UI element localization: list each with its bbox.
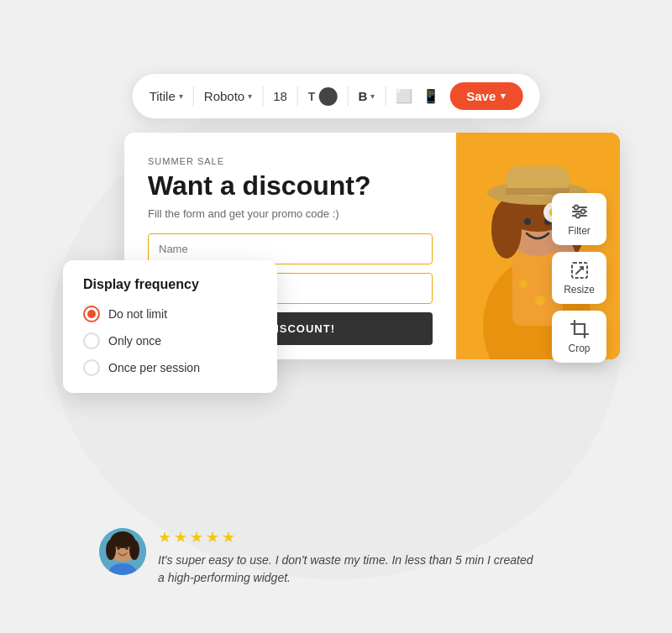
- text-color-selector[interactable]: T: [308, 87, 338, 106]
- svg-point-31: [106, 540, 116, 560]
- font-size-selector[interactable]: 18: [273, 89, 287, 103]
- toolbar-divider-5: [385, 86, 386, 107]
- avatar-svg: [99, 528, 146, 575]
- font-style-chevron-icon: ▾: [179, 92, 183, 101]
- frequency-title: Display frequency: [83, 277, 257, 292]
- font-family-label: Roboto: [204, 89, 244, 103]
- font-style-label: Titile: [150, 89, 176, 103]
- svg-point-22: [574, 206, 578, 210]
- filter-label: Filter: [568, 225, 591, 237]
- font-family-selector[interactable]: Roboto ▾: [204, 89, 252, 103]
- svg-point-16: [519, 280, 528, 288]
- bold-selector[interactable]: B ▾: [358, 89, 375, 103]
- toolbar-divider-2: [262, 86, 263, 107]
- font-style-selector[interactable]: Titile ▾: [150, 89, 183, 103]
- save-label: Save: [466, 89, 496, 103]
- crop-button[interactable]: Crop: [552, 311, 606, 363]
- radio-label-once-per-session: Once per session: [108, 361, 200, 374]
- filter-button[interactable]: Filter: [552, 193, 606, 245]
- widget-subtitle: Fill the form and get your promo code :): [148, 207, 433, 220]
- bold-label: B: [358, 89, 367, 103]
- radio-once-per-session[interactable]: Once per session: [83, 359, 257, 376]
- radio-do-not-limit[interactable]: Do not limit: [83, 306, 257, 322]
- save-button[interactable]: Save ▾: [449, 82, 522, 110]
- review-section: ★ ★ ★ ★ ★ It's super easy to use. I don'…: [99, 528, 536, 587]
- radio-dot-only-once: [83, 332, 100, 349]
- svg-point-35: [125, 547, 129, 550]
- main-container: Titile ▾ Roboto ▾ 18 T B ▾ ⬜ 📱 Save: [0, 0, 672, 633]
- bold-chevron-icon: ▾: [370, 92, 375, 101]
- toolbar-divider-1: [193, 86, 194, 107]
- star-rating: ★ ★ ★ ★ ★: [158, 528, 536, 547]
- font-size-label: 18: [273, 89, 287, 103]
- resize-icon: [570, 260, 590, 280]
- tools-panel: Filter Resize Crop: [552, 193, 606, 363]
- crop-label: Crop: [568, 343, 590, 354]
- color-dot: [318, 87, 337, 106]
- svg-point-34: [117, 547, 120, 550]
- radio-dot-do-not-limit: [83, 306, 100, 322]
- star-1: ★: [158, 528, 171, 547]
- filter-icon: [570, 201, 590, 222]
- star-3: ★: [190, 528, 203, 547]
- star-2: ★: [174, 528, 187, 547]
- radio-label-only-once: Only once: [108, 334, 161, 348]
- toolbar-divider-3: [297, 86, 298, 107]
- svg-point-5: [491, 200, 522, 259]
- svg-point-24: [575, 214, 580, 218]
- star-5: ★: [222, 528, 235, 547]
- widget-title: Want a discount?: [148, 171, 433, 201]
- reviewer-avatar: [99, 528, 146, 575]
- mobile-icon: 📱: [423, 88, 439, 104]
- resize-button[interactable]: Resize: [552, 252, 606, 304]
- font-family-chevron-icon: ▾: [248, 92, 252, 101]
- svg-point-32: [129, 540, 139, 560]
- crop-icon: [570, 319, 590, 339]
- radio-only-once[interactable]: Only once: [83, 332, 257, 349]
- resize-label: Resize: [564, 284, 595, 296]
- desktop-view-button[interactable]: ⬜: [396, 88, 412, 104]
- star-4: ★: [206, 528, 219, 547]
- save-chevron-icon: ▾: [501, 91, 506, 102]
- svg-point-23: [580, 210, 585, 214]
- toolbar-divider-4: [347, 86, 348, 107]
- frequency-card: Display frequency Do not limit Only once…: [63, 260, 277, 393]
- desktop-icon: ⬜: [396, 88, 412, 104]
- svg-point-17: [535, 296, 545, 306]
- mobile-view-button[interactable]: 📱: [423, 88, 439, 104]
- sale-label: SUMMER SALE: [148, 156, 433, 166]
- review-content: ★ ★ ★ ★ ★ It's super easy to use. I don'…: [158, 528, 536, 587]
- review-text: It's super easy to use. I don't waste my…: [158, 552, 536, 587]
- toolbar: Titile ▾ Roboto ▾ 18 T B ▾ ⬜ 📱 Save: [133, 74, 540, 118]
- radio-label-do-not-limit: Do not limit: [108, 307, 167, 321]
- text-icon: T: [308, 90, 316, 103]
- radio-dot-once-per-session: [83, 359, 100, 376]
- svg-point-11: [524, 218, 531, 225]
